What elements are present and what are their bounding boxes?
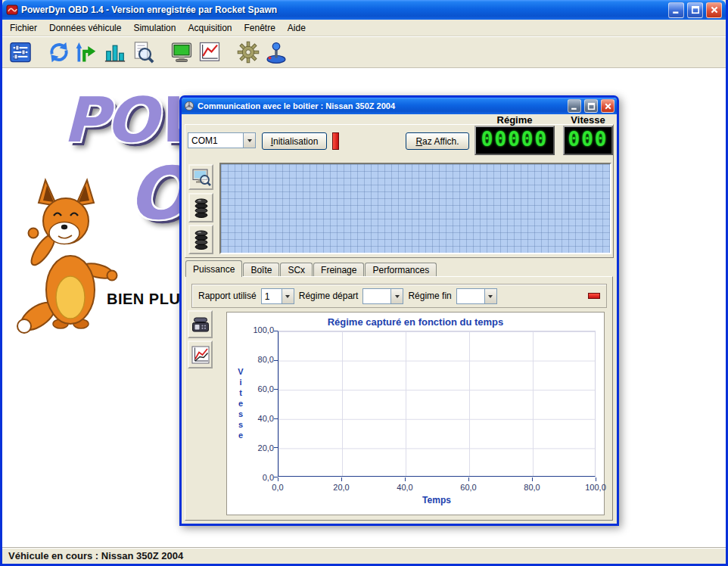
toolbar-monitor-button[interactable] [167,38,195,66]
close-button[interactable] [706,2,722,18]
comm-window-titlebar[interactable]: Communication avec le boitier : Nissan 3… [182,98,617,114]
line-graph-icon [198,41,221,64]
rapport-select[interactable]: 1 [261,288,294,304]
toolbar-barchart-button[interactable] [101,38,129,66]
graph-button[interactable] [188,341,213,369]
regime-depart-value [363,289,390,303]
chevron-down-icon[interactable] [484,289,496,303]
comm-minimize-button[interactable] [568,99,581,113]
comm-maximize-button[interactable] [584,99,598,113]
tab-freinage[interactable]: Freinage [313,263,364,277]
tab-performances[interactable]: Performances [365,263,437,277]
x-tick: 80,0 [517,483,547,492]
phone-icon [191,315,210,334]
minimize-icon [672,5,681,14]
toolbar-joystick-button[interactable] [262,38,290,66]
close-icon [604,102,612,110]
chart-plot-area [278,331,596,477]
toolbar-search-button[interactable] [129,38,157,66]
toolbar-settings-button[interactable] [234,38,262,66]
menu-bar: Fichier Données véhicule Simulation Acqu… [2,20,726,36]
refresh-icon [48,41,70,64]
menu-item-fichier[interactable]: Fichier [4,20,43,36]
chart-title: Régime capturé en fonction du temps [227,316,604,328]
comm-close-button[interactable] [601,99,614,113]
data-monitor-panel [219,163,611,254]
minimize-button[interactable] [668,2,684,18]
tab-puissance[interactable]: Puissance [185,260,242,277]
maximize-icon [587,102,596,110]
regime-depart-label: Régime départ [299,291,359,301]
comm-window-content: COM1 Initialisation Raz Affich. Régime 0… [182,114,617,524]
x-tick: 60,0 [453,483,484,492]
app-title: PowerDyn OBD 1.4 - Version enregistrée p… [21,5,665,15]
monitor-search-button[interactable] [188,164,213,190]
maximize-icon [691,5,700,14]
connector-stack-icon [191,229,211,250]
regime-depart-select[interactable] [362,288,403,304]
menu-item-fenetre[interactable]: Fenêtre [238,20,281,36]
monitor-icon [170,41,193,64]
raz-affich-button[interactable]: Raz Affich. [406,132,469,150]
regime-fin-value [457,289,484,303]
comm-window-icon [184,101,194,111]
status-text: Véhicule en cours : Nissan 350Z 2004 [8,550,183,561]
x-axis-ticks [278,477,596,481]
regime-label: Régime [474,114,555,126]
regime-fin-select[interactable] [456,288,497,304]
tab-scx[interactable]: SCx [280,263,313,277]
capture-led [588,293,600,299]
initialisation-button[interactable]: Initialisation [262,132,327,150]
rapport-label: Rapport utilisé [198,291,257,301]
x-tick: 0,0 [263,483,293,492]
toolbar-upload-button[interactable] [73,38,101,66]
com-port-select[interactable]: COM1 [188,132,256,148]
menu-item-aide[interactable]: Aide [282,20,312,36]
menu-item-acquisition[interactable]: Acquisition [182,20,238,36]
connector-button-2[interactable] [188,225,213,254]
monitor-search-icon [191,166,211,188]
search-preview-icon [132,41,154,64]
regime-chart: Régime capturé en fonction du temps Vite… [226,312,605,515]
toolbar-config-button[interactable] [6,38,34,66]
app-icon [6,4,18,16]
x-tick: 40,0 [390,483,420,492]
toolbar-refresh-button[interactable] [45,38,73,66]
connection-led [332,132,339,150]
menu-item-simulation[interactable]: Simulation [127,20,182,36]
bar-chart-icon [104,41,126,64]
joystick-icon [265,41,288,64]
connector-button-1[interactable] [188,193,213,222]
y-tick: 100,0 [253,325,274,334]
minimize-icon [571,102,579,110]
phone-button[interactable] [188,310,213,338]
fox-mascot [4,165,142,341]
vitesse-display: 000 [563,126,613,155]
comm-window: Communication avec le boitier : Nissan 3… [179,95,619,526]
y-tick: 60,0 [258,384,274,393]
tagline-text: BIEN PLUS [107,291,191,308]
comm-window-title: Communication avec le boitier : Nissan 3… [198,101,565,110]
x-tick: 100,0 [580,483,611,492]
gear-icon [237,41,260,64]
y-tick: 80,0 [258,355,274,364]
menu-item-donnees-vehicule[interactable]: Données véhicule [43,20,127,36]
com-port-value: COM1 [188,133,243,148]
toolbar [2,36,726,68]
app-window: PowerDyn OBD 1.4 - Version enregistrée p… [0,0,728,566]
x-tick: 20,0 [326,483,356,492]
chevron-down-icon[interactable] [243,133,255,148]
mixer-config-icon [9,41,32,64]
close-icon [710,5,719,14]
chevron-down-icon[interactable] [282,289,294,303]
maximize-button[interactable] [687,2,703,18]
connector-stack-icon [191,197,211,219]
puissance-tab-panel: Rapport utilisé 1 Régime départ Régime f… [185,276,613,521]
controls-box: Rapport utilisé 1 Régime départ Régime f… [191,284,607,308]
chart-x-tick-labels: 0,0 20,0 40,0 60,0 80,0 100,0 [263,483,611,492]
app-titlebar: PowerDyn OBD 1.4 - Version enregistrée p… [2,0,726,20]
chevron-down-icon[interactable] [390,289,403,303]
tab-strip: Puissance Boîte SCx Freinage Performance… [185,260,437,277]
tab-boite[interactable]: Boîte [243,263,279,277]
toolbar-graph-button[interactable] [195,38,223,66]
